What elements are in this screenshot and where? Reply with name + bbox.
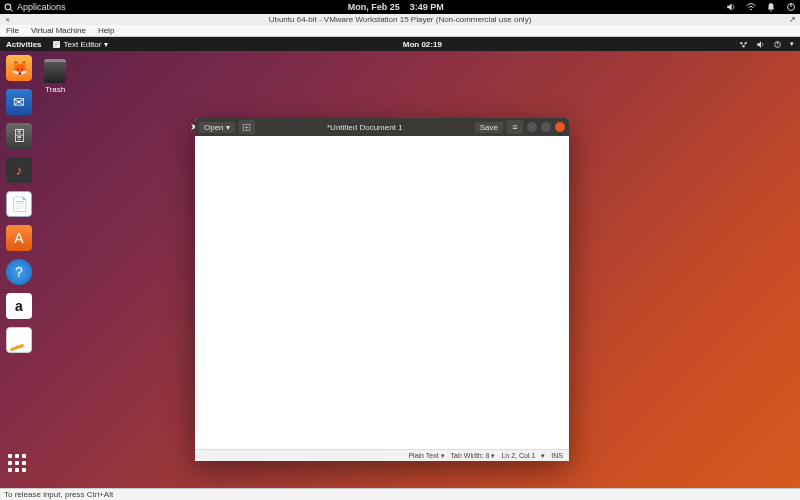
- dock-firefox[interactable]: 🦊: [6, 55, 32, 81]
- tab-width-selector[interactable]: Tab Width: 8 ▾: [451, 452, 496, 460]
- save-button[interactable]: Save: [475, 122, 503, 133]
- svg-rect-13: [742, 45, 744, 47]
- bell-icon[interactable]: [766, 2, 776, 12]
- insert-mode: INS: [551, 452, 563, 459]
- vmplayer-statusbar: To release input, press Ctrl+Alt: [0, 488, 800, 500]
- minimize-button[interactable]: [527, 122, 537, 132]
- maximize-button[interactable]: [541, 122, 551, 132]
- gedit-statusbar: Plain Text ▾ Tab Width: 8 ▾ Ln 2, Col 1 …: [195, 449, 569, 461]
- menu-virtual-machine[interactable]: Virtual Machine: [31, 26, 86, 35]
- guest-desktop[interactable]: Activities Text Editor ▾ Mon 02:19 ▾ Tra…: [0, 37, 800, 488]
- new-tab-button[interactable]: [239, 120, 255, 134]
- svg-point-3: [750, 9, 752, 11]
- trash-desktop-icon[interactable]: Trash: [44, 59, 66, 94]
- svg-rect-11: [740, 42, 742, 44]
- host-topbar: Applications Mon, Feb 25 3:49 PM: [0, 0, 800, 14]
- dock-software[interactable]: A: [6, 225, 32, 251]
- new-tab-icon: [242, 123, 251, 132]
- menu-help[interactable]: Help: [98, 26, 114, 35]
- open-button[interactable]: Open ▾: [199, 122, 235, 133]
- trash-icon: [44, 59, 66, 83]
- hamburger-menu-button[interactable]: ≡: [507, 120, 523, 134]
- gnome-tray[interactable]: ▾: [733, 40, 800, 49]
- vm-title: Ubuntu 64-bit - VMware Workstation 15 Pl…: [12, 15, 788, 24]
- host-activities[interactable]: Applications: [4, 2, 66, 12]
- svg-rect-12: [745, 42, 747, 44]
- svg-line-1: [10, 9, 12, 11]
- cursor-position: Ln 2, Col 1: [501, 452, 535, 459]
- dock-gedit[interactable]: [6, 327, 32, 353]
- gnome-topbar: Activities Text Editor ▾ Mon 02:19 ▾: [0, 37, 800, 51]
- activities-button[interactable]: Activities: [0, 40, 48, 49]
- svg-point-4: [770, 10, 772, 12]
- dock-amazon[interactable]: a: [6, 293, 32, 319]
- svg-point-0: [5, 4, 11, 10]
- window-controls: [527, 122, 565, 132]
- dock-thunderbird[interactable]: ✉: [6, 89, 32, 115]
- vmplayer-titlebar: × Ubuntu 64-bit - VMware Workstation 15 …: [0, 14, 800, 25]
- svg-marker-16: [757, 41, 761, 48]
- vm-close-button[interactable]: ×: [3, 15, 12, 24]
- chevron-down-icon: ▾: [790, 40, 794, 48]
- dock-libreoffice[interactable]: 📄: [6, 191, 32, 217]
- svg-marker-2: [727, 3, 731, 11]
- syntax-selector[interactable]: Plain Text ▾: [408, 452, 444, 460]
- svg-line-15: [744, 43, 746, 45]
- svg-line-14: [741, 43, 743, 45]
- gnome-dock: 🦊 ✉ 🗄 ♪ 📄 A ? a: [3, 55, 35, 353]
- hamburger-icon: ≡: [512, 122, 517, 132]
- wifi-icon[interactable]: [746, 2, 756, 12]
- applications-label: Applications: [17, 2, 66, 12]
- trash-label: Trash: [44, 85, 66, 94]
- chevron-down-icon[interactable]: ▾: [541, 452, 545, 460]
- statusbar-hint: To release input, press Ctrl+Alt: [4, 490, 113, 499]
- gedit-window: Open ▾ *Untitled Document 1 Save ≡ Plain…: [195, 118, 569, 461]
- app-menu-button[interactable]: Text Editor ▾: [48, 40, 112, 49]
- host-tray: [726, 2, 796, 12]
- menu-file[interactable]: File: [6, 26, 19, 35]
- volume-icon[interactable]: [726, 2, 736, 12]
- host-clock[interactable]: Mon, Feb 25 3:49 PM: [66, 2, 726, 12]
- gedit-title: *Untitled Document 1: [259, 123, 471, 132]
- volume-icon: [756, 40, 765, 49]
- show-applications-button[interactable]: [8, 454, 28, 474]
- vm-detach-button[interactable]: ↗: [788, 15, 797, 24]
- text-editor-icon: [52, 40, 61, 49]
- gnome-clock[interactable]: Mon 02:19: [112, 40, 733, 49]
- dock-files[interactable]: 🗄: [6, 123, 32, 149]
- dock-help[interactable]: ?: [6, 259, 32, 285]
- search-icon: [4, 3, 13, 12]
- gedit-text-area[interactable]: [195, 136, 569, 449]
- gedit-headerbar: Open ▾ *Untitled Document 1 Save ≡: [195, 118, 569, 136]
- network-icon: [739, 40, 748, 49]
- power-icon[interactable]: [786, 2, 796, 12]
- vmplayer-menubar: File Virtual Machine Help: [0, 25, 800, 37]
- close-button[interactable]: [555, 122, 565, 132]
- power-icon: [773, 40, 782, 49]
- dock-rhythmbox[interactable]: ♪: [6, 157, 32, 183]
